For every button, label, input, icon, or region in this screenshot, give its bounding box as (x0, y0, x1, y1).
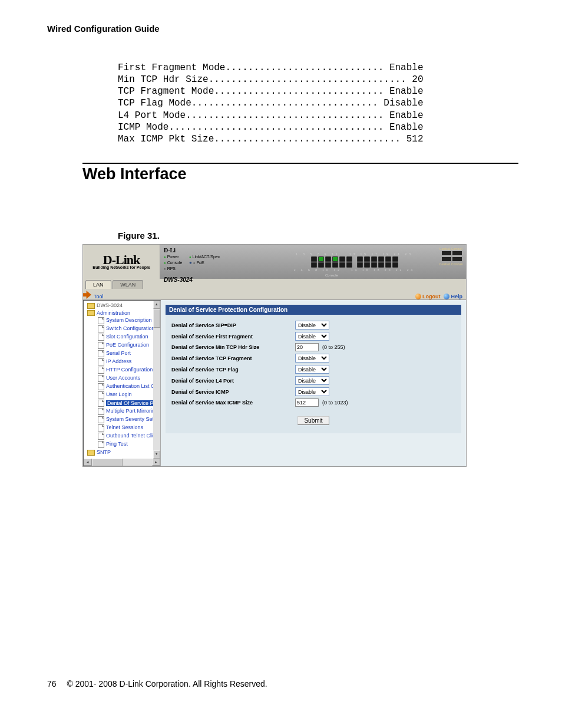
tree-item-label: Telnet Sessions (106, 425, 143, 431)
help-icon (444, 294, 449, 299)
tree-item-label: Ping Test (106, 442, 128, 447)
document-icon (98, 383, 104, 390)
toolbar: Tool Logout Help (83, 289, 466, 300)
panel-title: Denial of Service Protection Configurati… (166, 305, 461, 315)
logout-icon (415, 294, 421, 299)
document-icon (98, 342, 104, 349)
horizontal-scrollbar[interactable]: ◂ ▸ (84, 459, 160, 466)
tree-item[interactable]: Switch Configuration (85, 325, 160, 333)
tree-item[interactable]: System Severity Settin (85, 416, 160, 424)
tree-item[interactable]: HTTP Configuration (85, 366, 160, 374)
label-max-icmp: Denial of Service Max ICMP Size (171, 400, 295, 406)
tab-wlan[interactable]: WLAN (113, 280, 143, 289)
cli-output-block: First Fragment Mode.....................… (118, 62, 515, 145)
scroll-down-icon[interactable]: ▾ (153, 450, 160, 459)
combo-label: Combo1 Combo4 (427, 247, 462, 251)
select-icmp[interactable]: Disable (295, 387, 329, 396)
folder-icon (87, 310, 95, 316)
brand-tagline: Building Networks for People (92, 265, 150, 269)
section-rule (82, 163, 518, 164)
tree-item[interactable]: Serial Port (85, 350, 160, 358)
document-icon (98, 391, 104, 398)
select-tcp-fragment[interactable]: Disable (295, 354, 329, 363)
scroll-left-icon[interactable]: ◂ (84, 459, 92, 466)
vertical-scrollbar[interactable]: ▴ ▾ (153, 301, 160, 459)
combo-slot-icon (442, 251, 451, 255)
tree-item[interactable]: Slot Configuration (85, 333, 160, 341)
nav-tree: DWS-3024 Administration System Descripti… (83, 300, 161, 466)
tree-item-label: Serial Port (106, 351, 131, 357)
tab-lan[interactable]: LAN (85, 280, 111, 289)
select-tcp-flag[interactable]: Disable (295, 365, 329, 374)
label-first-fragment: Denial of Service First Fragment (171, 334, 295, 340)
led-rps-label: RPS (167, 266, 176, 271)
combo-label-2: Combo1 Combo4 (427, 262, 462, 266)
device-icon (87, 303, 95, 309)
tree-item[interactable]: PoE Configuration (85, 341, 160, 350)
device-panel: D-Li Power Link/ACT/Spec Console PoE RPS… (160, 245, 466, 279)
help-button[interactable]: Help (444, 293, 462, 299)
tree-item[interactable]: Multiple Port Mirroring (85, 407, 160, 416)
tree-item[interactable]: System Description (85, 317, 160, 325)
section-heading: Web Interface (82, 165, 515, 183)
tree-item[interactable]: User Login (85, 391, 160, 399)
content-pane: Denial of Service Protection Configurati… (161, 300, 466, 466)
hint-max-icmp: (0 to 1023) (322, 400, 348, 406)
led-poe-label: PoE (196, 261, 204, 265)
document-icon (98, 358, 104, 365)
document-icon (98, 424, 104, 431)
document-icon (98, 400, 104, 407)
document-icon (98, 350, 104, 357)
input-min-tcp-hdr[interactable] (295, 343, 319, 351)
tree-item[interactable]: Denial Of Service Prot (85, 399, 160, 407)
label-icmp: Denial of Service ICMP (171, 389, 295, 395)
tree-sntp[interactable]: SNTP (85, 449, 160, 456)
copyright: © 2001- 2008 D-Link Corporation. All Rig… (67, 679, 267, 689)
tree-item-label: System Description (106, 318, 152, 324)
select-l4-port[interactable]: Disable (295, 376, 329, 385)
tree-root[interactable]: DWS-3024 (85, 302, 160, 309)
brand-logo-text: D-Link (103, 254, 140, 266)
tree-item-label: Authentication List Con (106, 384, 160, 390)
brand-logo-area: D-Link Building Networks for People (83, 245, 160, 279)
tree-item[interactable]: Outbound Telnet Clien (85, 432, 160, 440)
led-link-label: Link/ACT/Spec (193, 255, 220, 259)
document-icon (98, 317, 104, 324)
poe-mode-icon (189, 260, 193, 265)
document-icon (98, 325, 104, 332)
combo-slot-icon (442, 257, 451, 261)
document-icon (98, 334, 104, 341)
input-max-icmp[interactable] (295, 398, 319, 407)
tree-item[interactable]: Authentication List Con (85, 383, 160, 391)
tree-item[interactable]: Ping Test (85, 440, 160, 449)
tree-item[interactable]: User Accounts (85, 374, 160, 383)
tree-item-label: Denial Of Service Prot (106, 400, 160, 406)
scroll-up-icon[interactable]: ▴ (153, 301, 160, 309)
device-brand: D-Li (164, 247, 282, 253)
combo-slot-icon (452, 251, 462, 255)
tree-administration[interactable]: Administration (85, 309, 160, 317)
page-number: 76 (47, 679, 57, 689)
tree-item-label: User Login (106, 392, 132, 398)
hscroll-thumb[interactable] (92, 459, 123, 466)
tree-item[interactable]: Telnet Sessions (85, 424, 160, 432)
tree-item-label: HTTP Configuration (106, 367, 153, 373)
tree-item[interactable]: IP Address (85, 358, 160, 366)
header-bar: D-Link Building Networks for People D-Li… (83, 245, 466, 279)
document-icon (98, 416, 104, 423)
label-tcp-fragment: Denial of Service TCP Fragment (171, 355, 295, 361)
scroll-thumb[interactable] (153, 309, 160, 328)
select-first-fragment[interactable]: Disable (295, 332, 329, 341)
tool-arrow-icon[interactable] (83, 291, 91, 299)
device-model: DWS-3024 (164, 276, 282, 283)
label-sip-dip: Denial of Service SIP=DIP (171, 322, 295, 328)
scroll-right-icon[interactable]: ▸ (152, 459, 160, 466)
select-sip-dip[interactable]: Disable (295, 321, 329, 330)
tool-menu[interactable]: Tool (94, 294, 104, 299)
tree-item-label: User Accounts (106, 375, 140, 381)
port-diagram: 1 3 5 7 9 11 13 15 17 19 21 23 2 4 6 8 1… (282, 247, 427, 276)
guide-title: Wired Configuration Guide (47, 24, 515, 34)
logout-button[interactable]: Logout (415, 293, 441, 299)
tree-item-label: IP Address (106, 359, 131, 365)
submit-button[interactable] (297, 416, 329, 425)
